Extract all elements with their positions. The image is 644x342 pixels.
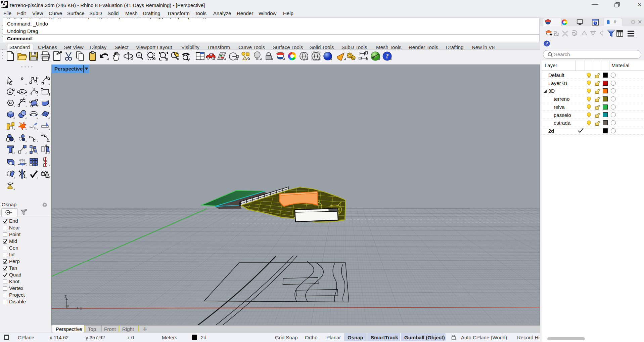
svg-text:x: x xyxy=(80,306,82,311)
svg-text:8: 8 xyxy=(5,1,7,4)
svg-text:z: z xyxy=(64,294,67,299)
svg-text:?: ? xyxy=(546,41,548,46)
svg-text:?: ? xyxy=(594,21,596,25)
svg-text:y: y xyxy=(67,303,69,308)
svg-text:?: ? xyxy=(385,52,389,60)
